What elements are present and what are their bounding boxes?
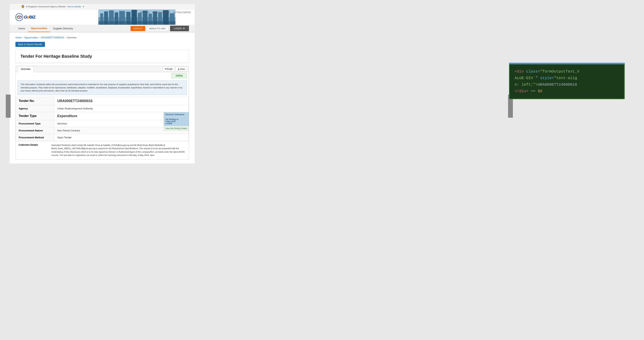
top-nav-links: ABOUT US ANNOUNCEMENTS GETTING STARTED xyxy=(140,12,191,14)
email-button[interactable]: ✉ Email xyxy=(163,67,175,71)
gov-banner-text: A Singapore Government Agency Website xyxy=(26,6,66,8)
breadcrumb-sep3: › xyxy=(65,36,66,39)
inspector-line4: </div> == $0 xyxy=(514,88,619,95)
print-button[interactable]: 🖨 Print xyxy=(176,67,187,71)
signup-button[interactable]: SIGN UP xyxy=(130,26,145,31)
agency-label: Agency xyxy=(16,105,54,112)
code-close-tag: </div> xyxy=(514,89,528,93)
code-class-attr: class= xyxy=(526,69,540,74)
inspector-line1: <div class="formOutputText_V xyxy=(514,68,619,75)
tender-type-row: Tender Type Expenditure xyxy=(16,112,189,120)
agency-value: Urban Redevelopment Authority xyxy=(54,105,189,112)
site-briefing-info: Site Briefing on 4 May 2024 3:00PM xyxy=(164,117,189,126)
collection-details-content: Collection Details Interested Tenderers … xyxy=(18,144,186,157)
tab-bar: Overview ✉ Email 🖨 Print xyxy=(16,66,189,72)
notice-box: The information contained within the pro… xyxy=(18,80,187,95)
procurement-method-row: Procurement Method Open Tender xyxy=(16,134,189,141)
code-style-attr: style= xyxy=(540,76,554,80)
briefing-time: 3:00PM xyxy=(166,123,187,125)
code-dollar-zero: $0 xyxy=(538,89,542,93)
breadcrumb-sep2: › xyxy=(39,36,40,39)
tab-overview[interactable]: Overview xyxy=(18,66,34,72)
login-label: LOGIN xyxy=(174,27,182,30)
briefing-label: Site Briefing on xyxy=(166,118,187,120)
inspector-header-bar xyxy=(509,63,625,64)
tender-no-row: Tender No. URA000ETT24000016 xyxy=(16,97,189,105)
getting-started-link[interactable]: GETTING STARTED xyxy=(173,12,191,14)
code-style-close: "> xyxy=(533,82,538,87)
procurement-type-row: Procurement Type Services xyxy=(16,120,189,127)
code-class-val2: ALUE-DIV xyxy=(514,76,536,80)
tender-details-table: Tender No. URA000ETT24000016 Agency Urba… xyxy=(16,97,189,141)
status-badge: OPEN xyxy=(172,73,187,78)
breadcrumb-opportunities[interactable]: Opportunities xyxy=(24,36,38,39)
inspector-panel: <div class="formOutputText_V ALUE-DIV " … xyxy=(509,64,625,99)
page-title: Tender For Heritage Baseline Study xyxy=(20,54,184,59)
tender-no-label: Tender No. xyxy=(16,97,54,105)
how-to-identify-link[interactable]: How to identify xyxy=(67,6,81,8)
login-dropdown-icon: ▼ xyxy=(182,27,185,30)
dropdown-icon: ▼ xyxy=(82,6,84,8)
code-class-val1: "formOutputText_V xyxy=(540,69,580,74)
side-info-panel: Electronic Submission Site Briefing on 4… xyxy=(164,112,189,130)
electronic-submission-label[interactable]: Electronic Submission xyxy=(164,112,189,117)
code-space: " xyxy=(536,76,538,80)
collection-details-value: Interested Tenderers shall contact Ms Is… xyxy=(51,144,186,157)
login-button[interactable]: LOGIN ▼ xyxy=(170,26,189,31)
code-style-val1: "text-alig xyxy=(554,76,577,80)
gov-banner: 🦁 A Singapore Government Agency Website … xyxy=(10,4,195,10)
collection-details-row: Collection Details Interested Tenderers … xyxy=(16,141,189,159)
procurement-type-label: Procurement Type xyxy=(16,120,54,127)
inspector-line2: ALUE-DIV " style="text-alig xyxy=(514,75,619,81)
which-to-use-button[interactable]: WHICH TO USE? xyxy=(147,26,168,31)
code-tender-id: URA000ETT24000016 xyxy=(538,82,577,87)
announcements-link[interactable]: ANNOUNCEMENTS xyxy=(152,12,170,14)
code-equals: == xyxy=(531,89,538,93)
code-style-val2: n: left; xyxy=(514,82,533,87)
breadcrumb-home[interactable]: Home xyxy=(16,36,22,39)
tender-type-label: Tender Type xyxy=(16,112,54,120)
main-nav: Home Opportunities Supplier Directory SI… xyxy=(10,25,195,33)
tender-no-value: URA000ETT24000016 xyxy=(54,97,189,105)
collection-details-label: Collection Details xyxy=(18,144,48,157)
lion-icon: 🦁 xyxy=(21,5,24,8)
svg-point-1 xyxy=(18,17,20,18)
back-to-search-button[interactable]: Back to Search Results xyxy=(16,42,45,47)
nav-items: Home Opportunities Supplier Directory xyxy=(16,25,76,32)
nav-opportunities[interactable]: Opportunities xyxy=(28,25,50,32)
tab-actions: ✉ Email 🖨 Print xyxy=(163,67,187,71)
site-header: GeBIZ ABOUT US ANNOUNCEMENTS GETTING STA… xyxy=(10,10,195,25)
page-content: Home › Opportunities › URA000ETT24000016… xyxy=(10,33,195,163)
breadcrumb-tender-id[interactable]: URA000ETT24000016 xyxy=(41,36,64,39)
left-decoration xyxy=(6,95,10,118)
procurement-method-label: Procurement Method xyxy=(16,134,54,141)
page-title-box: Tender For Heritage Baseline Study xyxy=(16,50,189,63)
logo-area[interactable]: GeBIZ xyxy=(16,13,36,21)
notice-text: The information contained within the pro… xyxy=(21,83,184,92)
nav-right: SIGN UP WHICH TO USE? LOGIN ▼ xyxy=(130,26,189,31)
nav-home[interactable]: Home xyxy=(16,25,28,32)
procurement-nature-label: Procurement Nature xyxy=(16,127,54,134)
briefing-date: 4 May 2024 xyxy=(166,120,187,123)
code-div: div xyxy=(517,69,524,74)
content-box: Overview ✉ Email 🖨 Print OPEN The inform… xyxy=(16,66,189,160)
inspector-line3: n: left;">URA000ETT24000016 xyxy=(514,81,619,88)
code-tag-open: < xyxy=(514,69,517,74)
view-site-briefing-button[interactable]: View Site Briefing Details xyxy=(164,126,189,130)
breadcrumb-overview: Overview xyxy=(67,36,76,39)
about-us-link[interactable]: ABOUT US xyxy=(140,12,150,14)
nav-supplier-directory[interactable]: Supplier Directory xyxy=(50,25,76,32)
procurement-nature-row: Procurement Nature Non Period Contract xyxy=(16,127,189,134)
breadcrumb: Home › Opportunities › URA000ETT24000016… xyxy=(16,36,189,39)
procurement-method-value: Open Tender xyxy=(54,134,189,141)
agency-row: Agency Urban Redevelopment Authority xyxy=(16,105,189,112)
svg-rect-20 xyxy=(98,21,176,25)
breadcrumb-sep1: › xyxy=(22,36,23,39)
logo-circle xyxy=(16,13,23,21)
